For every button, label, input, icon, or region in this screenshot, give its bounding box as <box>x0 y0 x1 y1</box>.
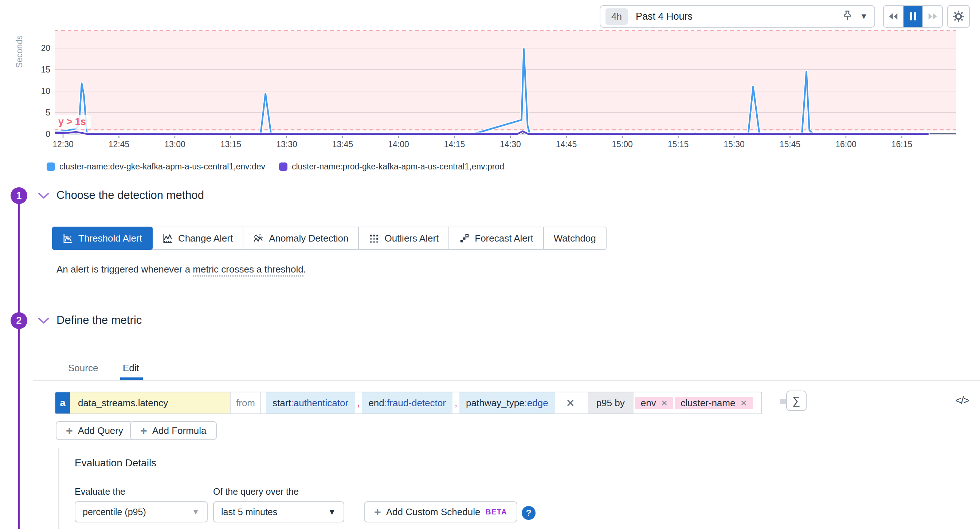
add-query-label: Add Query <box>78 425 123 437</box>
clear-filters-button[interactable]: × <box>555 392 586 414</box>
chevron-down-icon <box>38 317 50 324</box>
help-icon[interactable]: ? <box>522 506 536 520</box>
tab-source[interactable]: Source <box>68 363 98 374</box>
y-axis-title: Seconds <box>14 51 24 68</box>
add-formula-button[interactable]: + Add Formula <box>130 421 217 440</box>
evaluation-details-title: Evaluation Details <box>75 457 156 469</box>
change-chart-icon <box>162 233 173 244</box>
x-tick-label: 12:45 <box>99 140 139 149</box>
legend-swatch <box>279 163 288 171</box>
group-tag-env[interactable]: env× <box>635 397 673 409</box>
legend-label: cluster-name:prod-gke-kafka-apm-a-us-cen… <box>292 162 504 172</box>
step-2-collapse-chevron[interactable] <box>38 317 50 326</box>
from-label: from <box>230 392 261 414</box>
step-connector-line <box>18 197 20 529</box>
add-query-button[interactable]: + Add Query <box>56 421 133 440</box>
y-tick-label: 0 <box>25 129 50 139</box>
x-tick-label: 14:15 <box>434 140 475 149</box>
x-tick-label: 15:45 <box>770 140 810 149</box>
filter-key: start <box>272 397 291 409</box>
add-custom-schedule-button[interactable]: + Add Custom Schedule BETA <box>364 501 517 523</box>
y-tick-label: 15 <box>25 65 50 75</box>
detection-tab-label: Threshold Alert <box>78 233 142 244</box>
x-tick-label: 13:15 <box>211 140 251 149</box>
filter-value: fraud-detector <box>387 397 446 409</box>
forecast-arrow-icon <box>459 233 470 244</box>
group-tag-cluster-name[interactable]: cluster-name× <box>675 397 752 409</box>
advanced-options-button[interactable]: ∑ <box>786 390 807 411</box>
y-tick-label: 20 <box>25 43 50 53</box>
filter-colon: : <box>291 397 294 409</box>
step-1-collapse-chevron[interactable] <box>38 192 50 201</box>
filter-tag-end[interactable]: end:fraud-detector <box>362 392 452 414</box>
latency-timeseries-chart[interactable] <box>0 0 980 153</box>
step-2-badge: 2 <box>11 312 27 329</box>
code-editor-toggle[interactable]: </> <box>955 394 969 406</box>
chevron-down-icon <box>38 192 50 199</box>
anomaly-band-icon <box>253 233 264 244</box>
detection-tab-outliers-alert[interactable]: Outliers Alert <box>358 226 449 250</box>
legend-label: cluster-name:dev-gke-kafka-apm-a-us-cent… <box>59 162 265 172</box>
tabs-divider <box>33 380 980 381</box>
description-text: An alert is triggered whenever a <box>56 264 193 275</box>
legend-item[interactable]: cluster-name:prod-gke-kafka-apm-a-us-cen… <box>279 162 504 172</box>
metric-query-row: a data_streams.latency from start:authen… <box>55 392 762 414</box>
sigma-icon: ∑ <box>792 395 800 407</box>
x-tick-label: 15:00 <box>602 140 642 149</box>
x-tick-label: 16:15 <box>882 140 922 149</box>
x-tick-label: 16:00 <box>826 140 866 149</box>
detection-tab-label: Watchdog <box>554 233 596 244</box>
query-letter-badge: a <box>56 392 70 414</box>
x-tick-label: 14:45 <box>546 140 587 149</box>
step-1-title: Choose the detection method <box>56 189 204 202</box>
x-tick-label: 13:45 <box>323 140 363 149</box>
filter-separator: , <box>355 397 362 409</box>
add-custom-schedule-label: Add Custom Schedule <box>386 507 480 518</box>
add-formula-label: Add Formula <box>152 425 207 437</box>
filter-tag-start[interactable]: start:authenticator <box>266 392 355 414</box>
filter-separator: , <box>452 397 460 409</box>
chevron-down-icon: ▼ <box>192 507 200 516</box>
detection-tab-label: Change Alert <box>178 233 233 244</box>
evaluation-panel-border <box>58 448 59 529</box>
x-tick-label: 12:30 <box>43 140 83 149</box>
of-the-query-label: Of the query over the <box>213 486 299 497</box>
step-1-badge: 1 <box>11 187 27 204</box>
detection-tab-threshold-alert[interactable]: Threshold Alert <box>52 226 153 250</box>
detection-tab-label: Forecast Alert <box>475 233 533 244</box>
detection-tab-watchdog[interactable]: Watchdog <box>543 226 606 250</box>
evaluation-window-value: last 5 minutes <box>221 507 277 517</box>
query-connector <box>780 399 786 404</box>
detection-tab-anomaly-detection[interactable]: Anomaly Detection <box>243 226 359 250</box>
evaluate-the-label: Evaluate the <box>75 486 125 497</box>
metric-name-field[interactable]: data_streams.latency <box>70 392 230 414</box>
y-tick-label: 5 <box>25 108 50 118</box>
detection-tab-change-alert[interactable]: Change Alert <box>152 226 243 250</box>
code-icon: </> <box>955 394 969 406</box>
outliers-dots-icon <box>369 233 380 244</box>
plus-icon: + <box>374 506 381 518</box>
evaluate-aggregation-value: percentile (p95) <box>83 507 146 517</box>
close-icon[interactable]: × <box>740 397 747 409</box>
threshold-help-link[interactable]: metric crosses a threshold <box>193 264 303 277</box>
evaluate-aggregation-select[interactable]: percentile (p95) ▼ <box>75 501 208 523</box>
description-period: . <box>304 264 306 275</box>
filter-value: authenticator <box>294 397 348 409</box>
y-tick-label: 10 <box>25 86 50 96</box>
detection-tab-label: Anomaly Detection <box>269 233 348 244</box>
legend-item[interactable]: cluster-name:dev-gke-kafka-apm-a-us-cent… <box>47 162 265 172</box>
filter-key: pathway_type <box>466 397 524 409</box>
chevron-down-icon: ▼ <box>328 507 336 517</box>
group-tag-label: cluster-name <box>681 397 735 409</box>
plus-icon: + <box>66 425 73 437</box>
tab-edit[interactable]: Edit <box>123 363 139 374</box>
close-icon[interactable]: × <box>661 397 668 409</box>
group-tag-label: env <box>641 397 656 409</box>
aggregation-selector[interactable]: p95 by <box>588 392 633 414</box>
chart-legend: cluster-name:dev-gke-kafka-apm-a-us-cent… <box>47 162 958 174</box>
evaluation-window-select[interactable]: last 5 minutes ▼ <box>213 501 344 523</box>
detection-tab-forecast-alert[interactable]: Forecast Alert <box>449 226 544 250</box>
filter-tag-pathway_type[interactable]: pathway_type:edge <box>460 392 555 414</box>
filter-tags[interactable]: start:authenticator,end:fraud-detector,p… <box>261 392 555 414</box>
close-icon: × <box>566 395 574 411</box>
